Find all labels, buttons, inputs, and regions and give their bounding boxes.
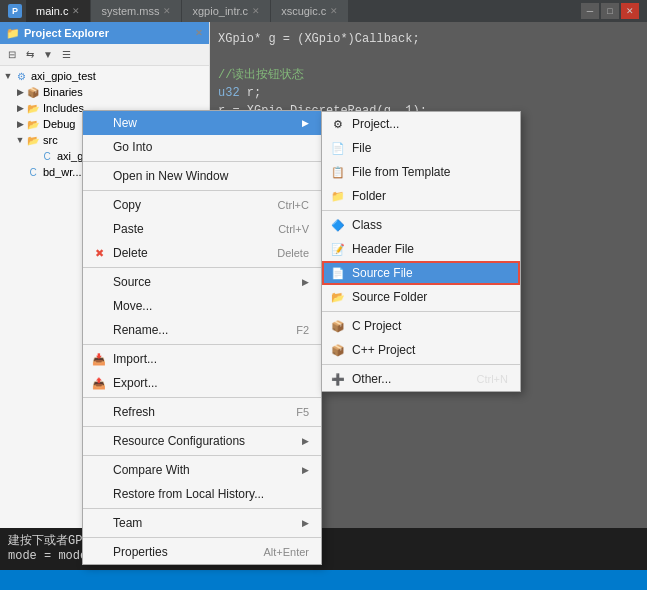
menu-sep8 xyxy=(83,508,321,509)
menu-sep7 xyxy=(83,455,321,456)
resource-config-label: Resource Configurations xyxy=(113,434,245,448)
menu-sep4 xyxy=(83,344,321,345)
binaries-icon: 📦 xyxy=(26,85,40,99)
folder-sub-icon: 📁 xyxy=(330,188,346,204)
submenu-cpp-project-label: C++ Project xyxy=(352,343,415,357)
submenu-item-folder[interactable]: 📁 Folder xyxy=(322,184,520,208)
paste-shortcut: Ctrl+V xyxy=(278,223,309,235)
explorer-header: 📁 Project Explorer ✕ xyxy=(0,22,209,44)
refresh-label: Refresh xyxy=(113,405,155,419)
cpp-project-icon: 📦 xyxy=(330,342,346,358)
menu-item-refresh[interactable]: Refresh F5 xyxy=(83,400,321,424)
tree-item-binaries[interactable]: ▶ 📦 Binaries xyxy=(0,84,209,100)
code-line-4: u32 r; xyxy=(218,84,639,102)
properties-shortcut: Alt+Enter xyxy=(263,546,309,558)
window-controls: ─ □ ✕ xyxy=(581,3,639,19)
source-submenu-arrow: ▶ xyxy=(302,277,309,287)
refresh-shortcut: F5 xyxy=(296,406,309,418)
open-new-window-label: Open in New Window xyxy=(113,169,228,183)
copy-shortcut: Ctrl+C xyxy=(278,199,309,211)
submenu-item-source-file[interactable]: 📄 Source File xyxy=(322,261,520,285)
submenu-header-file-label: Header File xyxy=(352,242,414,256)
tree-item-project[interactable]: ▼ ⚙ axi_gpio_test xyxy=(0,68,209,84)
menu-item-copy[interactable]: Copy Ctrl+C xyxy=(83,193,321,217)
menu-item-import[interactable]: 📥 Import... xyxy=(83,347,321,371)
move-label: Move... xyxy=(113,299,152,313)
tree-arrow-binaries: ▶ xyxy=(14,87,26,97)
submenu-item-file-template[interactable]: 📋 File from Template xyxy=(322,160,520,184)
submenu-item-other[interactable]: ➕ Other... Ctrl+N xyxy=(322,367,520,391)
debug-label: Debug xyxy=(43,118,75,130)
submenu-item-source-folder[interactable]: 📂 Source Folder xyxy=(322,285,520,309)
menu-sep3 xyxy=(83,267,321,268)
compare-with-label: Compare With xyxy=(113,463,190,477)
explorer-title: Project Explorer xyxy=(24,27,109,39)
src-label: src xyxy=(43,134,58,146)
submenu-item-header-file[interactable]: 📝 Header File xyxy=(322,237,520,261)
submenu-item-c-project[interactable]: 📦 C Project xyxy=(322,314,520,338)
rename-label: Rename... xyxy=(113,323,168,337)
context-menu: New ▶ ⚙ Project... 📄 File 📋 File from Te… xyxy=(82,110,322,565)
tree-arrow-debug: ▶ xyxy=(14,119,26,129)
includes-label: Includes xyxy=(43,102,84,114)
delete-label: Delete xyxy=(113,246,148,260)
submenu-item-cpp-project[interactable]: 📦 C++ Project xyxy=(322,338,520,362)
resource-config-arrow: ▶ xyxy=(302,436,309,446)
menu-item-paste[interactable]: Paste Ctrl+V xyxy=(83,217,321,241)
menu-item-move[interactable]: Move... xyxy=(83,294,321,318)
tab-main-c[interactable]: main.c ✕ xyxy=(26,0,91,22)
menu-item-resource-config[interactable]: Resource Configurations ▶ xyxy=(83,429,321,453)
file-template-icon: 📋 xyxy=(330,164,346,180)
export-label: Export... xyxy=(113,376,158,390)
filter-icon[interactable]: ▼ xyxy=(40,47,56,63)
tab-system-mss[interactable]: system.mss ✕ xyxy=(91,0,182,22)
submenu-file-template-label: File from Template xyxy=(352,165,450,179)
header-file-icon: 📝 xyxy=(330,241,346,257)
menu-sep2 xyxy=(83,190,321,191)
debug-icon: 📂 xyxy=(26,117,40,131)
menu-item-delete[interactable]: ✖ Delete Delete xyxy=(83,241,321,265)
menu-item-restore-history[interactable]: Restore from Local History... xyxy=(83,482,321,506)
menu-item-properties[interactable]: Properties Alt+Enter xyxy=(83,540,321,564)
maximize-button[interactable]: □ xyxy=(601,3,619,19)
status-bar xyxy=(0,570,647,590)
minimize-button[interactable]: ─ xyxy=(581,3,599,19)
import-label: Import... xyxy=(113,352,157,366)
menu-item-open-new-window[interactable]: Open in New Window xyxy=(83,164,321,188)
menu-item-go-into[interactable]: Go Into xyxy=(83,135,321,159)
collapse-all-icon[interactable]: ⊟ xyxy=(4,47,20,63)
submenu-project-label: Project... xyxy=(352,117,399,131)
close-button[interactable]: ✕ xyxy=(621,3,639,19)
menu-item-new[interactable]: New ▶ ⚙ Project... 📄 File 📋 File from Te… xyxy=(83,111,321,135)
menu-sep1 xyxy=(83,161,321,162)
submenu-source-file-label: Source File xyxy=(352,266,413,280)
menu-item-compare-with[interactable]: Compare With ▶ xyxy=(83,458,321,482)
menu-item-rename[interactable]: Rename... F2 xyxy=(83,318,321,342)
tab-xgpio-intr[interactable]: xgpio_intr.c ✕ xyxy=(182,0,271,22)
class-icon: 🔷 xyxy=(330,217,346,233)
menu-item-team[interactable]: Team ▶ xyxy=(83,511,321,535)
compare-with-arrow: ▶ xyxy=(302,465,309,475)
submenu-item-class[interactable]: 🔷 Class xyxy=(322,213,520,237)
submenu-other-label: Other... xyxy=(352,372,391,386)
submenu-sep2 xyxy=(322,311,520,312)
menu-icon[interactable]: ☰ xyxy=(58,47,74,63)
delete-icon: ✖ xyxy=(91,245,107,261)
menu-item-export[interactable]: 📤 Export... xyxy=(83,371,321,395)
submenu-item-file[interactable]: 📄 File xyxy=(322,136,520,160)
title-bar: P main.c ✕ system.mss ✕ xgpio_intr.c ✕ x… xyxy=(0,0,647,22)
submenu-sep3 xyxy=(322,364,520,365)
export-icon: 📤 xyxy=(91,375,107,391)
tab-bar: P main.c ✕ system.mss ✕ xgpio_intr.c ✕ x… xyxy=(8,0,581,22)
copy-label: Copy xyxy=(113,198,141,212)
file-sub-icon: 📄 xyxy=(330,140,346,156)
explorer-close[interactable]: ✕ xyxy=(195,28,203,38)
tab-xscugic[interactable]: xscugic.c ✕ xyxy=(271,0,349,22)
link-icon[interactable]: ⇆ xyxy=(22,47,38,63)
submenu-item-project[interactable]: ⚙ Project... xyxy=(322,112,520,136)
import-icon: 📥 xyxy=(91,351,107,367)
menu-item-source[interactable]: Source ▶ xyxy=(83,270,321,294)
submenu-source-folder-label: Source Folder xyxy=(352,290,427,304)
rename-shortcut: F2 xyxy=(296,324,309,336)
project-label: axi_gpio_test xyxy=(31,70,96,82)
